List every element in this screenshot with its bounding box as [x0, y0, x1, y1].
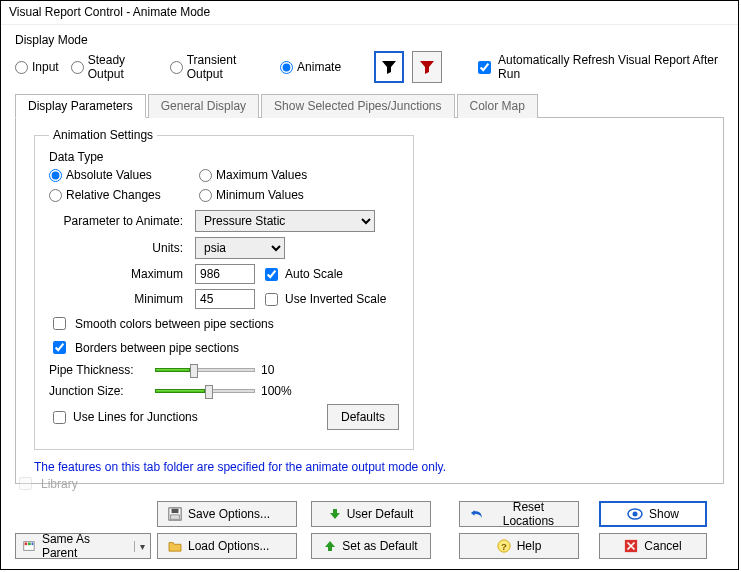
- help-button[interactable]: ? Help: [459, 533, 579, 559]
- library-label: Library: [41, 477, 78, 491]
- radio-steady-output[interactable]: Steady Output: [71, 53, 158, 81]
- save-options-button[interactable]: Save Options...: [157, 501, 297, 527]
- help-label: Help: [517, 539, 542, 553]
- borders-label: Borders between pipe sections: [75, 341, 239, 355]
- filter-red-button[interactable]: [412, 51, 442, 83]
- pipe-thickness-label: Pipe Thickness:: [49, 363, 149, 377]
- parameter-label: Parameter to Animate:: [49, 214, 189, 228]
- units-label: Units:: [49, 241, 189, 255]
- svg-rect-8: [32, 543, 34, 546]
- svg-text:?: ?: [501, 541, 507, 552]
- radio-maximum-values[interactable]: Maximum Values: [199, 168, 341, 182]
- data-type-label: Data Type: [49, 150, 399, 164]
- cancel-label: Cancel: [644, 539, 681, 553]
- dialog-window: Visual Report Control - Animate Mode Dis…: [0, 0, 739, 570]
- radio-absolute-label: Absolute Values: [66, 168, 152, 182]
- user-default-label: User Default: [347, 507, 414, 521]
- radio-animate[interactable]: Animate: [280, 60, 341, 74]
- radio-minimum-values[interactable]: Minimum Values: [199, 188, 341, 202]
- junction-size-slider[interactable]: [155, 383, 255, 399]
- junction-size-value: 100%: [261, 384, 292, 398]
- auto-refresh-checkbox[interactable]: Automatically Refresh Visual Report Afte…: [474, 53, 724, 81]
- tab-show-selected[interactable]: Show Selected Pipes/Junctions: [261, 94, 454, 118]
- use-lines-checkbox[interactable]: Use Lines for Junctions: [49, 408, 198, 427]
- auto-scale-label: Auto Scale: [285, 267, 343, 281]
- minimum-label: Minimum: [49, 292, 189, 306]
- bottom-bar: Library Save Options... User Default Res…: [15, 474, 724, 559]
- junction-size-label: Junction Size:: [49, 384, 149, 398]
- svg-rect-1: [172, 509, 179, 513]
- reset-locations-button[interactable]: Reset Locations: [459, 501, 579, 527]
- maximum-label: Maximum: [49, 267, 189, 281]
- radio-maximum-label: Maximum Values: [216, 168, 307, 182]
- display-mode-row: Input Steady Output Transient Output Ani…: [15, 51, 724, 83]
- pipe-thickness-value: 10: [261, 363, 274, 377]
- borders-checkbox[interactable]: Borders between pipe sections: [49, 338, 399, 357]
- radio-transient-output[interactable]: Transient Output: [170, 53, 268, 81]
- window-title: Visual Report Control - Animate Mode: [1, 1, 738, 25]
- pipe-thickness-slider[interactable]: [155, 362, 255, 378]
- data-type-options: Absolute Values Maximum Values Relative …: [49, 168, 399, 202]
- svg-rect-2: [171, 515, 180, 519]
- help-icon: ?: [497, 539, 511, 553]
- filter-black-button[interactable]: [374, 51, 404, 83]
- undo-arrow-icon: [470, 508, 483, 520]
- show-button[interactable]: Show: [599, 501, 707, 527]
- same-as-parent-label: Same As Parent: [42, 532, 128, 560]
- radio-input-label: Input: [32, 60, 59, 74]
- tab-bar: Display Parameters General Display Show …: [15, 93, 724, 118]
- units-select[interactable]: psia: [195, 237, 285, 259]
- radio-steady-label: Steady Output: [88, 53, 158, 81]
- funnel-red-icon: [419, 59, 435, 75]
- use-lines-label: Use Lines for Junctions: [73, 410, 198, 424]
- tab-general-display[interactable]: General Display: [148, 94, 259, 118]
- library-checkbox: Library: [15, 474, 724, 493]
- arrow-down-green-icon: [329, 508, 341, 520]
- radio-transient-label: Transient Output: [187, 53, 268, 81]
- reset-locations-label: Reset Locations: [489, 500, 568, 528]
- tab-note: The features on this tab folder are spec…: [34, 460, 705, 474]
- radio-absolute-values[interactable]: Absolute Values: [49, 168, 191, 182]
- radio-input[interactable]: Input: [15, 60, 59, 74]
- load-options-label: Load Options...: [188, 539, 269, 553]
- set-as-default-label: Set as Default: [342, 539, 417, 553]
- cancel-button[interactable]: Cancel: [599, 533, 707, 559]
- parameter-select[interactable]: Pressure Static: [195, 210, 375, 232]
- floppy-icon: [168, 507, 182, 521]
- radio-relative-changes[interactable]: Relative Changes: [49, 188, 191, 202]
- auto-scale-checkbox[interactable]: Auto Scale: [261, 265, 343, 284]
- smooth-colors-checkbox[interactable]: Smooth colors between pipe sections: [49, 314, 399, 333]
- maximum-input[interactable]: [195, 264, 255, 284]
- inverted-scale-checkbox[interactable]: Use Inverted Scale: [261, 290, 386, 309]
- same-as-parent-dropdown[interactable]: Same As Parent ▾: [15, 533, 151, 559]
- folder-open-icon: [168, 540, 182, 552]
- tab-display-parameters[interactable]: Display Parameters: [15, 94, 146, 118]
- svg-rect-7: [28, 543, 31, 546]
- radio-minimum-label: Minimum Values: [216, 188, 304, 202]
- defaults-button[interactable]: Defaults: [327, 404, 399, 430]
- dialog-content: Display Mode Input Steady Output Transie…: [1, 25, 738, 484]
- auto-refresh-label: Automatically Refresh Visual Report Afte…: [498, 53, 724, 81]
- smooth-colors-label: Smooth colors between pipe sections: [75, 317, 274, 331]
- inverted-scale-label: Use Inverted Scale: [285, 292, 386, 306]
- tab-color-map[interactable]: Color Map: [457, 94, 538, 118]
- minimum-input[interactable]: [195, 289, 255, 309]
- eye-icon: [627, 508, 643, 520]
- tab-panel: Animation Settings Data Type Absolute Va…: [15, 118, 724, 484]
- save-options-label: Save Options...: [188, 507, 270, 521]
- funnel-icon: [381, 59, 397, 75]
- animation-settings-group: Animation Settings Data Type Absolute Va…: [34, 128, 414, 450]
- load-options-button[interactable]: Load Options...: [157, 533, 297, 559]
- palette-icon: [22, 539, 36, 553]
- display-mode-label: Display Mode: [15, 33, 724, 47]
- set-as-default-button[interactable]: Set as Default: [311, 533, 431, 559]
- arrow-up-green-icon: [324, 540, 336, 552]
- chevron-down-icon[interactable]: ▾: [134, 541, 150, 552]
- svg-rect-6: [25, 543, 28, 546]
- svg-point-4: [632, 512, 637, 517]
- show-label: Show: [649, 507, 679, 521]
- close-icon: [624, 539, 638, 553]
- radio-animate-label: Animate: [297, 60, 341, 74]
- animation-settings-legend: Animation Settings: [49, 128, 157, 142]
- user-default-button[interactable]: User Default: [311, 501, 431, 527]
